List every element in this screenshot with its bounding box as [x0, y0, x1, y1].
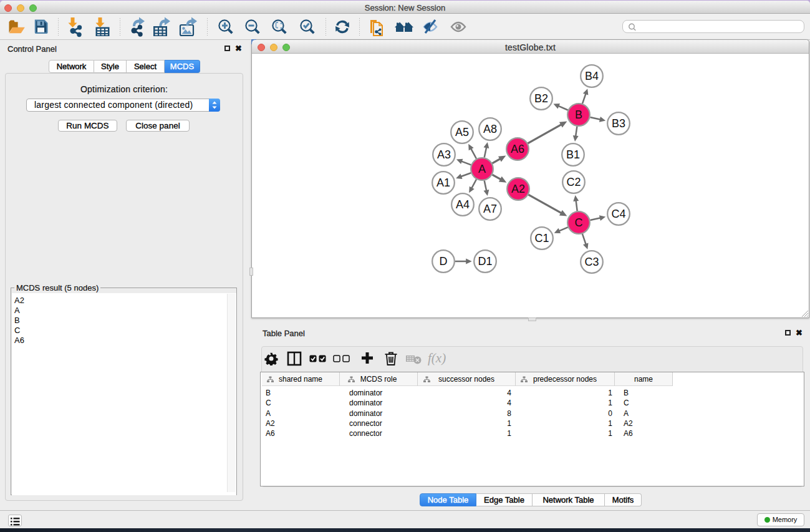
svg-text:C3: C3 [584, 256, 599, 268]
svg-text:B: B [575, 109, 582, 121]
svg-text:A5: A5 [455, 126, 469, 138]
svg-text:C2: C2 [566, 176, 581, 188]
svg-text:A7: A7 [483, 203, 497, 215]
svg-text:A2: A2 [511, 183, 525, 195]
svg-text:A3: A3 [437, 148, 451, 161]
svg-text:C: C [575, 216, 583, 229]
svg-text:D: D [440, 255, 448, 268]
svg-text:A: A [478, 163, 486, 175]
svg-text:A1: A1 [436, 177, 450, 189]
svg-text:D1: D1 [478, 255, 492, 268]
svg-text:A6: A6 [511, 143, 524, 155]
svg-text:B1: B1 [566, 148, 580, 161]
svg-text:B4: B4 [585, 70, 599, 82]
svg-text:A8: A8 [483, 123, 497, 135]
svg-text:A4: A4 [456, 198, 470, 211]
svg-text:C1: C1 [534, 232, 549, 244]
svg-text:B2: B2 [534, 92, 548, 105]
svg-text:C4: C4 [611, 208, 625, 220]
svg-text:B3: B3 [612, 117, 625, 130]
